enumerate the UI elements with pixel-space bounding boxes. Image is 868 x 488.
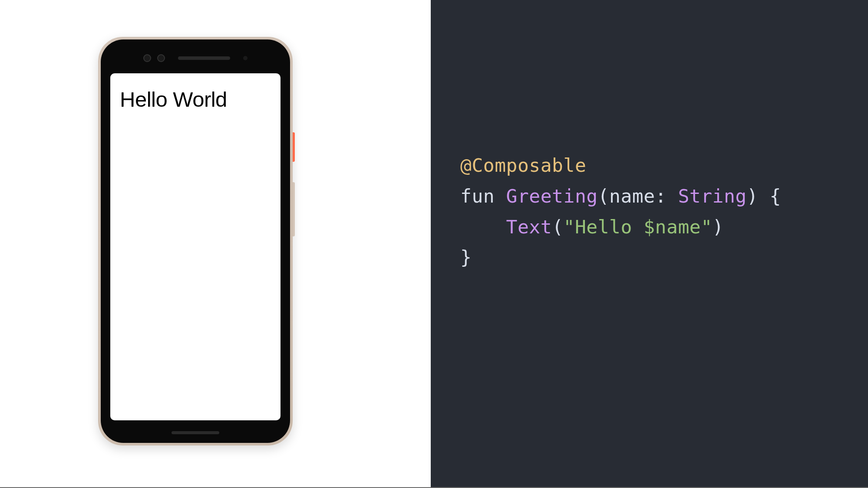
preview-panel: Hello World bbox=[0, 0, 431, 488]
code-brace: { bbox=[758, 185, 781, 207]
code-string: "Hello $name" bbox=[564, 216, 713, 238]
code-space bbox=[667, 185, 678, 207]
camera-icon bbox=[157, 54, 165, 62]
sensor-icon bbox=[243, 56, 248, 60]
code-annotation: @Composable bbox=[460, 154, 586, 176]
code-block: @Composable fun Greeting(name: String) {… bbox=[460, 150, 868, 273]
code-punct: ) bbox=[713, 216, 724, 238]
phone-mockup: Hello World bbox=[98, 37, 293, 445]
code-function-name: Greeting bbox=[506, 185, 598, 207]
phone-power-button-icon bbox=[293, 132, 295, 162]
phone-top-sensors bbox=[101, 48, 290, 68]
code-punct: ( bbox=[598, 185, 609, 207]
camera-icon bbox=[143, 54, 151, 62]
phone-bezel: Hello World bbox=[101, 39, 290, 443]
code-param-type: String bbox=[678, 185, 746, 207]
code-panel: @Composable fun Greeting(name: String) {… bbox=[431, 0, 868, 488]
code-punct: ( bbox=[552, 216, 563, 238]
phone-volume-button-icon bbox=[293, 182, 295, 236]
code-brace: } bbox=[460, 246, 472, 268]
phone-screen: Hello World bbox=[110, 73, 281, 420]
bottom-speaker-icon bbox=[172, 431, 219, 434]
code-param-name: name bbox=[609, 185, 655, 207]
code-indent bbox=[460, 216, 506, 238]
greeting-text: Hello World bbox=[120, 87, 271, 111]
code-call: Text bbox=[506, 216, 552, 238]
speaker-icon bbox=[178, 56, 230, 60]
code-punct: ) bbox=[747, 185, 758, 207]
code-punct: : bbox=[655, 185, 667, 207]
code-keyword: fun bbox=[460, 185, 495, 207]
